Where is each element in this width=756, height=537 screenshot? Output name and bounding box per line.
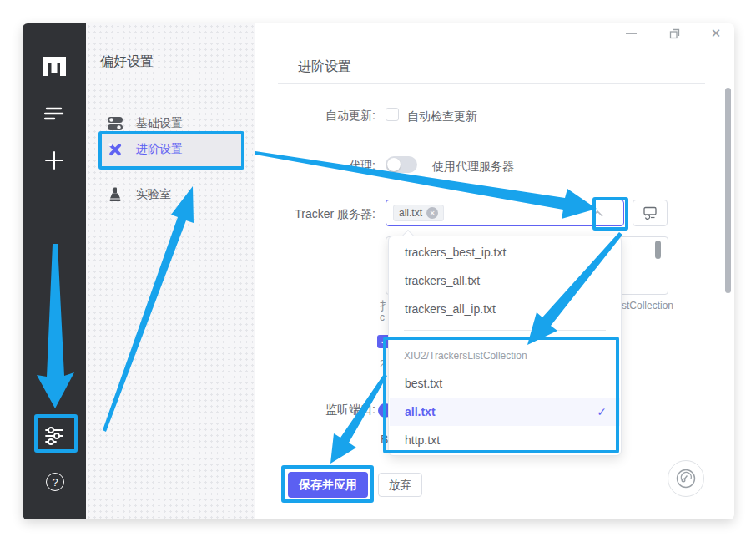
app-window: ? 偏好设置 基础设置 bbox=[23, 23, 734, 519]
maximize-icon bbox=[669, 28, 680, 39]
wrench-tools-icon bbox=[107, 141, 123, 158]
proxy-toggle-text: 使用代理服务器 bbox=[432, 160, 514, 175]
prefs-title: 偏好设置 bbox=[100, 53, 154, 71]
auto-update-label: 自动更新: bbox=[242, 109, 375, 124]
speed-limit-button[interactable] bbox=[668, 460, 704, 497]
dropdown-item[interactable]: trackers_all.txt bbox=[390, 266, 620, 295]
window-scrollbar[interactable] bbox=[725, 88, 731, 293]
selected-item-label: all.txt bbox=[405, 405, 436, 418]
sync-screen-icon bbox=[643, 206, 658, 220]
sidebar-item-advanced-settings[interactable]: 进阶设置 bbox=[100, 133, 244, 166]
check-icon: ✓ bbox=[597, 398, 607, 426]
auto-check-update-text: 自动检查更新 bbox=[407, 109, 477, 124]
dropdown-item[interactable]: trackers_all_ip.txt bbox=[390, 295, 620, 323]
tag-remove-icon[interactable]: ✕ bbox=[426, 207, 438, 219]
discard-button[interactable]: 放弃 bbox=[378, 473, 422, 497]
app-sidebar: ? bbox=[23, 23, 86, 519]
help-text-fragment-4: B bbox=[381, 433, 388, 446]
minimize-button[interactable] bbox=[622, 25, 640, 42]
help-question-glyph: ? bbox=[46, 473, 64, 491]
tracker-label: Tracker 服务器: bbox=[242, 207, 375, 222]
prefs-sidebar: 偏好设置 基础设置 进阶设置 bbox=[86, 23, 255, 519]
sidebar-item-label: 实验室 bbox=[136, 187, 171, 202]
help-icon[interactable]: ? bbox=[45, 472, 65, 492]
tracker-select-input[interactable]: all.txt ✕ bbox=[386, 200, 624, 226]
dropdown-item-selected[interactable]: all.txt ✓ bbox=[390, 398, 620, 426]
maximize-button[interactable] bbox=[665, 25, 683, 42]
chevron-up-icon[interactable] bbox=[592, 210, 603, 217]
task-list-icon[interactable] bbox=[44, 104, 64, 124]
sidebar-item-label: 进阶设置 bbox=[136, 142, 183, 157]
minimize-icon bbox=[626, 33, 637, 34]
textarea-scrollbar[interactable] bbox=[655, 241, 661, 259]
close-icon: ✕ bbox=[711, 26, 722, 41]
tag-label: all.txt bbox=[399, 207, 422, 219]
listen-port-label: 监听端口: bbox=[242, 403, 375, 418]
title-divider bbox=[278, 83, 705, 84]
dropdown-item[interactable]: trackers_best_ip.txt bbox=[390, 238, 620, 266]
auto-check-update-checkbox[interactable] bbox=[386, 108, 399, 121]
sidebar-item-lab[interactable]: 实验室 bbox=[100, 178, 244, 211]
save-apply-button[interactable]: 保存并应用 bbox=[288, 472, 368, 498]
tracker-dropdown-panel: trackers_best_ip.txt trackers_all.txt tr… bbox=[388, 236, 622, 456]
toggles-icon bbox=[107, 115, 123, 132]
dropdown-divider bbox=[404, 330, 606, 331]
speedometer-icon bbox=[675, 468, 697, 489]
proxy-label: 代理: bbox=[242, 159, 375, 174]
dropdown-item[interactable]: best.txt bbox=[390, 369, 620, 398]
add-task-icon[interactable] bbox=[44, 150, 64, 170]
dropdown-group-label: XIU2/TrackersListCollection bbox=[404, 346, 527, 366]
toggle-knob bbox=[387, 158, 401, 171]
preferences-sliders-icon[interactable] bbox=[44, 426, 64, 446]
refresh-trackers-button[interactable] bbox=[633, 200, 668, 226]
screenshot-page: ? 偏好设置 基础设置 bbox=[0, 0, 756, 537]
sidebar-item-label: 基础设置 bbox=[136, 116, 183, 131]
proxy-toggle[interactable] bbox=[386, 156, 417, 173]
close-button[interactable]: ✕ bbox=[707, 25, 725, 42]
selected-tracker-tag[interactable]: all.txt ✕ bbox=[393, 205, 444, 221]
help-text-fragment-2: c bbox=[380, 312, 385, 323]
help-text-fragment-3: 2 bbox=[380, 358, 386, 370]
page-title: 进阶设置 bbox=[298, 58, 351, 76]
motrix-logo-icon bbox=[41, 55, 68, 77]
dropdown-item[interactable]: http.txt bbox=[390, 426, 620, 454]
lab-stamp-icon bbox=[107, 186, 123, 203]
